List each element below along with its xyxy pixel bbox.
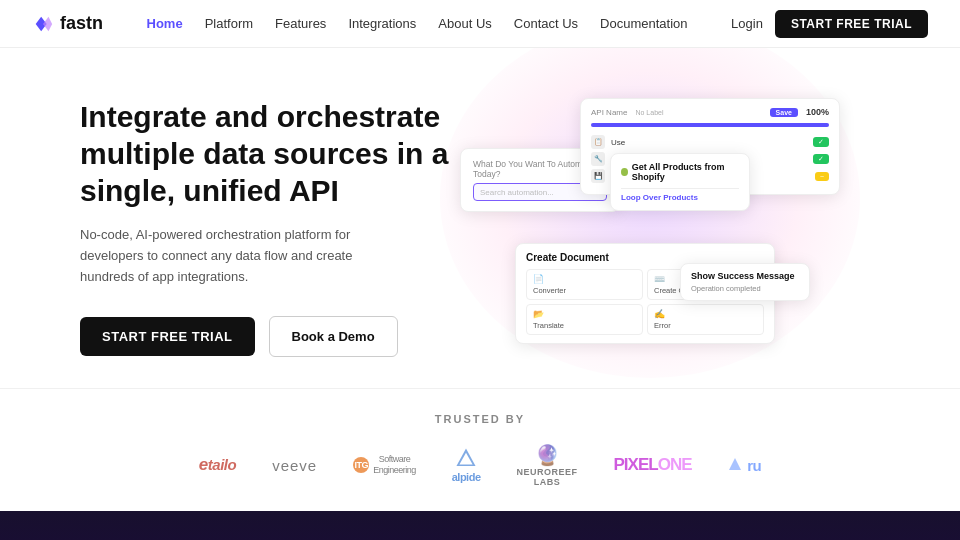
api-progress-bg xyxy=(591,123,829,127)
wf-item-4: ✍️ Error xyxy=(647,304,764,335)
api-row-icon-1: 📋 xyxy=(591,135,605,149)
logo-etailo: etailo xyxy=(199,455,236,475)
api-row-text-1: Use xyxy=(611,138,625,147)
shopify-divider xyxy=(621,188,739,189)
api-progress-fill xyxy=(591,123,829,127)
itg-circle-icon: ITG xyxy=(353,457,369,473)
api-status-badge-3: ~ xyxy=(815,172,829,181)
logo-veeve: veeve xyxy=(272,457,317,474)
svg-marker-2 xyxy=(729,458,741,470)
api-status-badge-2: ✓ xyxy=(813,154,829,164)
login-button[interactable]: Login xyxy=(731,16,763,31)
nav-home[interactable]: Home xyxy=(147,16,183,31)
wf-icon-1: 📄 xyxy=(533,274,636,284)
fastn-logo-icon xyxy=(32,13,54,35)
wf-name-3: Translate xyxy=(533,321,636,330)
brand-name: fastn xyxy=(60,13,103,34)
api-percent: 100% xyxy=(806,107,829,117)
hero-actions: START FREE TRIAL Book a Demo xyxy=(80,316,460,357)
wf-icon-4: ✍️ xyxy=(654,309,757,319)
api-row-1: 📋 Use ✓ xyxy=(591,135,829,149)
trusted-section: TRUSTED BY etailo veeve ITG SoftwareEngi… xyxy=(0,388,960,511)
shopify-icon xyxy=(621,168,628,176)
hero-illustration: What Do You Want To Automate Today? Sear… xyxy=(460,98,900,358)
api-status-label: No Label xyxy=(635,109,663,116)
logos-row: etailo veeve ITG SoftwareEngineering alp… xyxy=(60,443,900,487)
success-message: Operation completed xyxy=(691,284,799,293)
hero-title: Integrate and orchestrate multiple data … xyxy=(80,99,460,209)
shopify-card: Get All Products from Shopify Loop Over … xyxy=(610,153,750,211)
wf-item-1: 📄 Converter xyxy=(526,269,643,300)
nav-contact[interactable]: Contact Us xyxy=(514,16,578,31)
api-name-label: API Name xyxy=(591,108,627,117)
api-row-icon-2: 🔧 xyxy=(591,152,605,166)
logo-pixelone: PIXELONE xyxy=(614,455,692,475)
navbar: fastn Home Platform Features Integration… xyxy=(0,0,960,48)
api-row-icon-3: 💾 xyxy=(591,169,605,183)
neuroreef-icon: 🔮 xyxy=(535,443,560,467)
success-card: Show Success Message Operation completed xyxy=(680,263,810,301)
nav-platform[interactable]: Platform xyxy=(205,16,253,31)
start-trial-button[interactable]: START FREE TRIAL xyxy=(80,317,255,356)
wf-icon-3: 📂 xyxy=(533,309,636,319)
nav-trial-button[interactable]: START FREE TRIAL xyxy=(775,10,928,38)
nav-actions: Login START FREE TRIAL xyxy=(731,10,928,38)
shopify-header: Get All Products from Shopify xyxy=(621,162,739,182)
logo-neuroreef: 🔮 NEUROREEFLABS xyxy=(517,443,578,487)
wf-item-3: 📂 Translate xyxy=(526,304,643,335)
hero-content: Integrate and orchestrate multiple data … xyxy=(80,99,460,356)
wf-name-1: Converter xyxy=(533,286,636,295)
nav-integrations[interactable]: Integrations xyxy=(348,16,416,31)
api-save-pill[interactable]: Save xyxy=(770,108,798,117)
api-card-header: API Name No Label Save 100% xyxy=(591,107,829,117)
ruru-icon xyxy=(728,457,742,471)
nav-docs[interactable]: Documentation xyxy=(600,16,687,31)
nav-features[interactable]: Features xyxy=(275,16,326,31)
workflow-title: Create Document xyxy=(526,252,764,263)
success-title: Show Success Message xyxy=(691,271,799,281)
book-demo-button[interactable]: Book a Demo xyxy=(269,316,398,357)
brand-logo[interactable]: fastn xyxy=(32,13,103,35)
logo-itg: ITG SoftwareEngineering xyxy=(353,454,416,476)
logo-alpide: alpide xyxy=(452,447,481,483)
hero-section: Integrate and orchestrate multiple data … xyxy=(0,48,960,388)
hero-description: No-code, AI-powered orchestration platfo… xyxy=(80,225,400,287)
core-capabilities-section: Core Capabilities AI Agent API Name Save… xyxy=(0,511,960,540)
shopify-title: Get All Products from Shopify xyxy=(632,162,739,182)
nav-about[interactable]: About Us xyxy=(438,16,491,31)
alpide-triangle-icon xyxy=(455,447,477,469)
nav-links: Home Platform Features Integrations Abou… xyxy=(147,16,688,31)
wf-name-4: Error xyxy=(654,321,757,330)
logo-ruru: ru xyxy=(728,457,762,474)
shopify-loop-label: Loop Over Products xyxy=(621,193,739,202)
trusted-label: TRUSTED BY xyxy=(60,413,900,425)
api-status-badge-1: ✓ xyxy=(813,137,829,147)
